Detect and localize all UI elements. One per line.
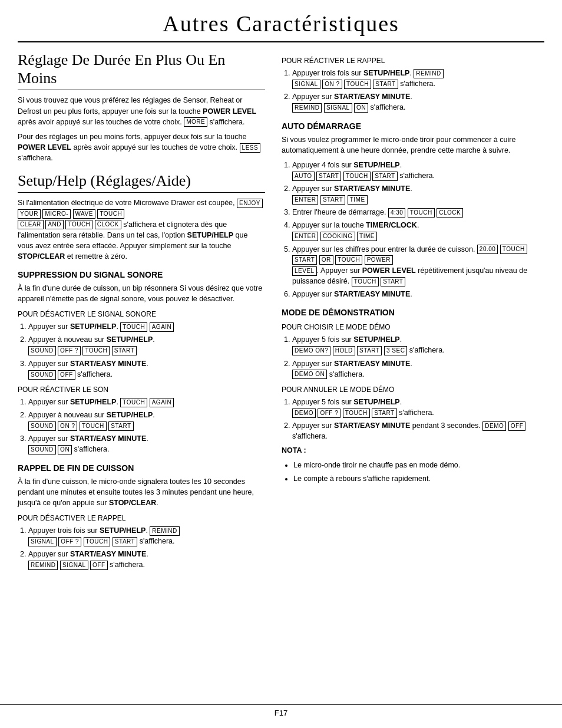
saffichera-1: s'affichera. [210,118,245,126]
section-reglage: Réglage De Durée En Plus Ou En Moins Si … [18,51,265,163]
reactiver-rappel-item-1: Appuyer trois fois sur SETUP/HELP. REMIN… [292,68,544,89]
annuler-item-1: Appuyer 5 fois sur SETUP/HELP. DEMO OFF … [292,397,544,418]
suppression-heading: SUPPRESSION DU SIGNAL SONORE [18,270,265,279]
annuler-item-2: Appuyer sur START/EASY MINUTE pendant 3 … [292,420,544,442]
enjoy-kbd: ENJOY [237,199,263,208]
left-column: Réglage De Durée En Plus Ou En Moins Si … [18,51,265,578]
desactiver-rappel-item-2: Appuyer sur START/EASY MINUTE. REMIND SI… [28,549,265,570]
auto-item-5: Appuyer sur les chiffres pour entrer la … [292,244,544,287]
section-reglage-p2-end: après avoir appuyé sur les touches de vo… [71,143,237,151]
reactiver-son-list: Appuyer sur SETUP/HELP. TOUCH AGAIN Appu… [18,397,265,455]
reactiver-rappel-list: Appuyer trois fois sur SETUP/HELP. REMIN… [282,68,544,113]
desactiver-signal-item-2: Appuyer à nouveau sur SETUP/HELP. SOUND … [28,334,265,355]
reactiver-rappel-item-2: Appuyer sur START/EASY MINUTE. REMIND SI… [292,91,544,113]
your-kbd: YOUR [18,209,41,219]
mode-demo-heading: MODE DE DÉMONSTRATION [282,308,544,317]
auto-item-1: Appuyer 4 fois sur SETUP/HELP. AUTO STAR… [292,160,544,181]
clear-kbd: CLEAR [18,220,44,229]
wave-kbd: WAVE [73,209,95,219]
desactiver-rappel-list: Appuyer trois fois sur SETUP/HELP. REMIN… [18,525,265,571]
nota-list: Le micro-onde tiroir ne chauffe pas en m… [282,460,544,483]
micro-kbd: MICRO- [42,209,71,219]
section-setup-p1: Si l'alimentation électrique de votre Mi… [18,197,265,262]
auto-item-3: Entrer l'heure de démarrage. 4:30 TOUCH … [292,207,544,218]
section-reactiver-rappel: POUR RÉACTIVER LE RAPPEL Appuyer trois f… [282,57,544,113]
nota-item-1: Le micro-onde tiroir ne chauffe pas en m… [293,460,544,470]
rappel-p1: À la fin d'une cuisson, le micro-onde si… [18,476,265,508]
rappel-heading: RAPPEL DE FIN DE CUISSON [18,463,265,473]
section-reglage-p2-text: Pour des réglages un peu moins forts, ap… [18,133,246,141]
choisir-mode-heading: POUR CHOISIR LE MODE DÉMO [282,323,544,331]
saffichera-2: s'affichera. [18,154,53,162]
and-kbd: AND [45,220,64,229]
setup-p1-end3: et remettre à zéro. [65,252,127,261]
reactiver-son-item-3: Appuyer sur START/EASY MINUTE. SOUND ON … [28,433,265,454]
nota-label: NOTA : [282,445,544,456]
touch-kbd-1: TOUCH [97,209,124,219]
less-kbd: LESS [240,143,261,153]
annuler-mode-list: Appuyer 5 fois sur SETUP/HELP. DEMO OFF … [282,397,544,442]
footer-page-number: F17 [275,709,287,717]
setuphelp-bold: SETUP/HELP [187,231,234,239]
desactiver-signal-item-3: Appuyer sur START/EASY MINUTE. SOUND OFF… [28,358,265,380]
page-footer: F17 [0,704,562,717]
desactiver-signal-heading: POUR DÉSACTIVER LE SIGNAL SONORE [18,310,265,318]
desactiver-signal-item-1: Appuyer sur SETUP/HELP. TOUCH AGAIN [28,321,265,332]
auto-item-4: Appuyer sur la touche TIMER/CLOCK. ENTER… [292,220,544,241]
section-rappel: RAPPEL DE FIN DE CUISSON À la fin d'une … [18,463,265,571]
reactiver-son-item-1: Appuyer sur SETUP/HELP. TOUCH AGAIN [28,397,265,407]
auto-demarrage-p1: Si vous voulez programmer le micro-onde … [282,134,544,156]
auto-item-6: Appuyer sur START/EASY MINUTE. [292,289,544,299]
stopclear-bold: STOP/CLEAR [18,252,65,261]
page-title: Autres Caractéristiques [18,11,544,42]
section-mode-demo: MODE DE DÉMONSTRATION POUR CHOISIR LE MO… [282,308,544,483]
desactiver-signal-list: Appuyer sur SETUP/HELP. TOUCH AGAIN Appu… [18,321,265,380]
auto-demarrage-list: Appuyer 4 fois sur SETUP/HELP. AUTO STAR… [282,160,544,300]
reactiver-son-heading: POUR RÉACTIVER LE SON [18,386,265,394]
section-reglage-p1-end: après avoir appuyé sur les touches de vo… [18,118,182,126]
section-setup-heading: Setup/Help (Réglages/Aide) [18,172,265,193]
section-reglage-p1: Si vous trouvez que vous préférez les ré… [18,95,265,127]
nota-item-2: Le compte à rebours s'affiche rapidement… [293,473,544,484]
suppression-p1: À la fin d'une durée de cuisson, un bip … [18,283,265,304]
page: { "title": "Autres Caractéristiques", "f… [0,0,562,728]
section-reglage-p2: Pour des réglages un peu moins forts, ap… [18,131,265,163]
clock-kbd: CLOCK [95,220,121,229]
desactiver-rappel-heading: POUR DÉSACTIVER LE RAPPEL [18,514,265,522]
more-kbd: MORE [184,117,207,127]
section-reglage-heading: Réglage De Durée En Plus Ou En Moins [18,51,265,90]
choisir-mode-list: Appuyer 5 fois sur SETUP/HELP. DEMO ON? … [282,334,544,380]
setup-p1-pre: Si l'alimentation électrique de votre Mi… [18,199,235,207]
auto-demarrage-heading: AUTO DÉMARRAGE [282,121,544,131]
section-setup: Setup/Help (Réglages/Aide) Si l'alimenta… [18,172,265,262]
desactiver-rappel-item-1: Appuyer trois fois sur SETUP/HELP. REMIN… [28,525,265,546]
two-column-layout: Réglage De Durée En Plus Ou En Moins Si … [18,51,544,578]
power-level-bold-1: POWER LEVEL [203,107,256,116]
auto-item-2: Appuyer sur START/EASY MINUTE. ENTER STA… [292,183,544,205]
reactiver-rappel-heading: POUR RÉACTIVER LE RAPPEL [282,57,544,65]
choisir-item-2: Appuyer sur START/EASY MINUTE. DEMO ON s… [292,358,544,380]
section-auto-demarrage: AUTO DÉMARRAGE Si vous voulez programmer… [282,121,544,300]
section-suppression: SUPPRESSION DU SIGNAL SONORE À la fin d'… [18,270,265,455]
power-level-bold-2: POWER LEVEL [18,143,71,151]
choisir-item-1: Appuyer 5 fois sur SETUP/HELP. DEMO ON? … [292,334,544,355]
right-column: POUR RÉACTIVER LE RAPPEL Appuyer trois f… [282,51,544,578]
touch-kbd-2: TOUCH [65,220,92,229]
annuler-mode-heading: POUR ANNULER LE MODE DÉMO [282,386,544,394]
reactiver-son-item-2: Appuyer à nouveau sur SETUP/HELP. SOUND … [28,410,265,431]
